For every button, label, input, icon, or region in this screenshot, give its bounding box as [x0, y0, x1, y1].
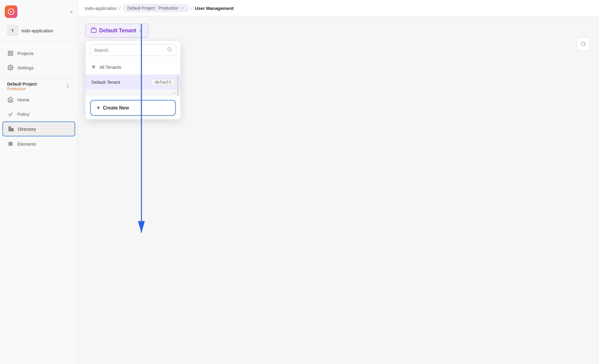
breadcrumb: todo-application / Default Project : Pro… [85, 4, 234, 12]
tenant-list-item[interactable]: Default Tenant default [85, 74, 181, 90]
tenant-dropdown: ✳ All Tenants Default Tenant default + C… [85, 40, 181, 120]
svg-rect-6 [9, 128, 13, 129]
sidebar: « T todo-application Projects [0, 0, 78, 364]
search-icon-top [581, 41, 586, 47]
breadcrumb-page: User Management [195, 6, 234, 11]
tenant-building-icon [91, 27, 97, 34]
chevron-icon [180, 6, 184, 10]
sidebar-item-policy-label: Policy [17, 112, 29, 117]
plus-icon: + [97, 105, 100, 111]
svg-rect-0 [8, 51, 10, 53]
search-icon [167, 47, 172, 53]
svg-point-8 [9, 142, 10, 144]
search-input-wrap[interactable] [90, 44, 176, 56]
all-tenants-label: All Tenants [99, 65, 121, 70]
sidebar-item-policy[interactable]: Policy [2, 107, 75, 121]
breadcrumb-app: todo-application [85, 6, 117, 11]
sidebar-divider [0, 42, 78, 42]
svg-point-11 [11, 144, 12, 146]
directory-icon [8, 126, 14, 132]
breadcrumb-project: Default Project : Production [127, 6, 178, 10]
search-button-top[interactable] [577, 37, 590, 51]
svg-point-4 [10, 67, 11, 68]
tenant-item-name: Default Tenant [91, 80, 120, 85]
logo-svg [7, 8, 15, 16]
tenant-button-label: Default Tenant [99, 28, 136, 34]
expand-right-icon [172, 91, 176, 95]
scrollbar [177, 74, 179, 96]
svg-point-9 [11, 142, 12, 144]
breadcrumb-project-pill[interactable]: Default Project : Production [123, 4, 189, 12]
search-input[interactable] [94, 48, 164, 53]
project-name: Default Project [7, 82, 37, 86]
tenant-chevron-icon [139, 29, 143, 33]
star-icon: ✳ [91, 64, 96, 70]
sidebar-item-directory[interactable]: Directory [2, 121, 75, 136]
all-tenants-item[interactable]: ✳ All Tenants [85, 60, 181, 74]
collapse-button[interactable]: « [70, 9, 73, 15]
home-icon [7, 96, 14, 103]
app-name: todo-application [22, 28, 53, 33]
sidebar-item-elements-label: Elements [17, 141, 36, 147]
project-env: Production [7, 86, 37, 91]
dropdown-search-area [85, 41, 181, 60]
breadcrumb-sep1: / [119, 6, 120, 11]
sidebar-header: « [0, 0, 78, 21]
svg-point-10 [9, 144, 10, 146]
create-new-button[interactable]: + Create New [90, 100, 176, 116]
policy-icon [7, 111, 14, 117]
gear-icon [7, 64, 14, 71]
tenant-button[interactable]: Default Tenant [85, 24, 149, 38]
tenant-list: Default Tenant default [85, 74, 181, 96]
svg-rect-12 [91, 29, 96, 33]
svg-rect-5 [9, 127, 11, 128]
app-item[interactable]: T todo-application [2, 22, 75, 39]
svg-rect-3 [11, 54, 13, 56]
logo-icon [5, 5, 17, 18]
content-area: Default Tenant ✳ [78, 16, 599, 364]
sidebar-item-directory-label: Directory [18, 127, 36, 132]
svg-point-16 [168, 48, 171, 51]
sidebar-nav: Projects Settings Default Project Produc… [0, 44, 78, 364]
sidebar-item-elements[interactable]: Elements [2, 137, 75, 151]
sidebar-item-home[interactable]: Home [2, 93, 75, 106]
svg-rect-2 [8, 54, 10, 56]
sidebar-item-projects-label: Projects [17, 51, 34, 56]
sidebar-item-settings-label: Settings [17, 65, 34, 70]
project-section: Default Project Production [2, 78, 75, 93]
project-toggle-button[interactable] [65, 83, 70, 89]
sidebar-item-projects[interactable]: Projects [2, 46, 75, 60]
sidebar-item-settings[interactable]: Settings [2, 61, 75, 74]
svg-rect-7 [9, 130, 13, 131]
breadcrumb-sep2: / [191, 6, 193, 11]
app-icon: T [7, 25, 18, 36]
grid-icon [7, 50, 14, 57]
svg-point-17 [581, 42, 585, 45]
topbar: todo-application / Default Project : Pro… [78, 0, 599, 16]
main-content: todo-application / Default Project : Pro… [78, 0, 599, 364]
create-new-label: Create New [103, 105, 129, 111]
elements-icon [7, 141, 14, 147]
svg-rect-1 [11, 51, 13, 53]
project-divider [2, 76, 75, 77]
tenant-item-slug: default [152, 79, 175, 86]
expand-arrow-area[interactable] [85, 90, 181, 96]
sidebar-item-home-label: Home [17, 97, 29, 102]
